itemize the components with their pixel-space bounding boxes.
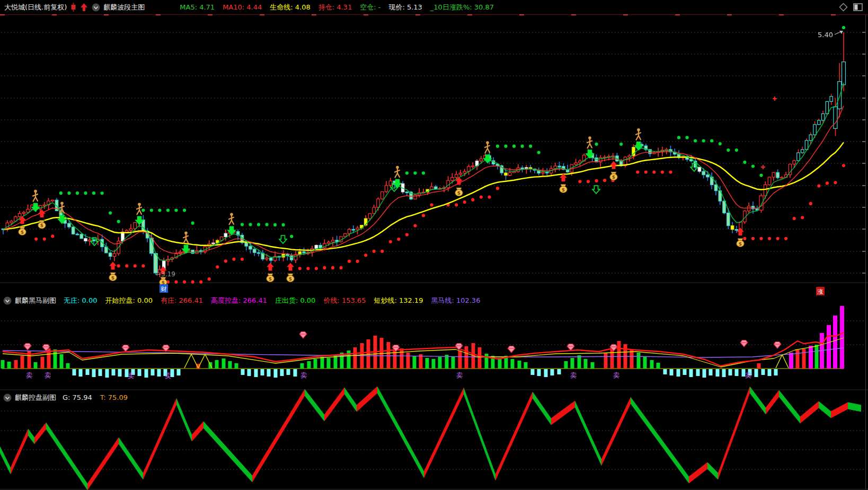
- seller-person-icon: [137, 203, 141, 215]
- svg-text:$: $: [269, 276, 272, 282]
- up-arrow-icon[interactable]: [80, 3, 88, 12]
- red-up-arrow-icon: [109, 261, 117, 269]
- panel2-header: 麒麟黑马副图 无庄: 0.00开始控盘: 0.00有庄: 266.41高度控盘:…: [3, 295, 488, 306]
- ribbon-segment: [424, 388, 464, 478]
- ribbon-segment: [34, 423, 46, 444]
- red-up-arrow-icon: [287, 262, 294, 270]
- layout-icon[interactable]: [853, 3, 863, 11]
- ribbon-segment: [0, 447, 11, 475]
- indicator-value: 有庄: 266.41: [161, 296, 203, 305]
- indicator-value: T: 75.09: [100, 393, 128, 401]
- chevron-circle-icon[interactable]: [3, 296, 12, 305]
- ribbon-segment: [750, 387, 766, 415]
- svg-text:涨: 涨: [818, 288, 823, 295]
- diamond-icon[interactable]: [839, 3, 848, 12]
- svg-text:财: 财: [161, 286, 167, 293]
- money-bag-icon: $: [267, 274, 274, 282]
- trail-dots-layer: [34, 26, 845, 284]
- sell-label: 卖: [613, 371, 620, 379]
- trading-app-window: $$$$$$$$$$5.40←3.19财涨卖卖卖卖卖卖卖卖卖 大悦城(日线.前复…: [0, 0, 868, 490]
- ribbon-segment: [143, 398, 176, 480]
- money-bag-icon: $: [455, 188, 463, 196]
- gem-diamond-icon: [24, 344, 31, 351]
- money-bag-icon: $: [560, 185, 567, 193]
- indicator-value: MA10: 4.44: [223, 3, 262, 11]
- sell-label: 卖: [300, 371, 307, 379]
- seller-person-icon: [636, 128, 641, 140]
- ribbon-segment: [601, 397, 631, 466]
- gem-diamond-icon: [508, 346, 515, 353]
- candle-icon[interactable]: [70, 3, 76, 12]
- red-up-arrow-icon: [267, 262, 274, 270]
- svg-text:$: $: [40, 223, 43, 228]
- low-price-label: ←3.19: [156, 270, 175, 278]
- ribbon-segment: [357, 387, 377, 412]
- svg-text:$: $: [21, 230, 24, 235]
- ribbon-segment: [377, 387, 424, 478]
- sell-label: 卖: [165, 372, 172, 380]
- red-up-arrow-icon: [737, 228, 744, 235]
- red-plus-marker: [773, 97, 777, 101]
- stock-title: 大悦城(日线.前复权): [4, 3, 67, 12]
- indicator-value: 空仓: -: [360, 3, 380, 12]
- chevron-circle-icon[interactable]: [3, 393, 12, 402]
- panel3-indicator-values: G: 75.94T: 75.09: [63, 393, 136, 401]
- indicator-value: 黑马线: 102.36: [431, 296, 480, 305]
- sell-label: 卖: [570, 371, 577, 379]
- ribbon-segment: [779, 390, 800, 424]
- ribbon-segment: [192, 422, 203, 442]
- main-gridlines: [1, 32, 865, 273]
- panel3-indicator-name[interactable]: 麒麟控盘副图: [15, 393, 56, 402]
- titlebar-right-icons: [834, 0, 863, 14]
- ribbon-segment: [800, 401, 819, 424]
- green-down-arrow-icon: [279, 235, 287, 243]
- seller-person-icon: [395, 166, 400, 178]
- sell-label: 卖: [128, 372, 135, 380]
- sell-label: 卖: [456, 371, 463, 379]
- gem-diamond-icon: [567, 344, 574, 351]
- red-up-arrow-icon: [38, 209, 46, 217]
- ribbon-segment: [11, 429, 28, 475]
- chevron-circle-icon[interactable]: [92, 3, 100, 12]
- svg-text:$: $: [457, 190, 460, 196]
- main-indicator-name[interactable]: 麒麟波段主图: [103, 3, 145, 12]
- main-indicator-values: MA5: 4.71MA10: 4.44生命线: 4.08持仓: 4.31空仓: …: [180, 3, 502, 12]
- chart-canvas[interactable]: $$$$$$$$$$5.40←3.19财涨卖卖卖卖卖卖卖卖卖: [0, 0, 868, 490]
- indicator-value: 短炒线: 132.19: [374, 296, 423, 305]
- indicator-value: 高度控盘: 266.41: [211, 296, 267, 305]
- ribbon-segment: [631, 397, 689, 484]
- indicator-value: 生命线: 4.08: [270, 3, 310, 12]
- ribbon-segment: [575, 401, 601, 466]
- chart-frame: [0, 15, 868, 489]
- money-bag-icon: $: [737, 239, 744, 247]
- gem-diamond-icon: [122, 345, 129, 352]
- svg-text:$: $: [111, 275, 114, 281]
- seller-person-icon: [183, 231, 188, 243]
- indicator-value: _10日涨跌%: 30.87: [430, 3, 494, 12]
- svg-text:$: $: [739, 241, 742, 247]
- indicator-value: G: 75.94: [63, 393, 92, 401]
- indicator-value: 价线: 153.65: [323, 296, 366, 305]
- ribbon-segment: [495, 392, 533, 481]
- money-bag-icon: $: [19, 227, 26, 235]
- money-bag-icon: $: [287, 274, 294, 282]
- sell-label: 卖: [45, 371, 51, 379]
- svg-text:$: $: [289, 276, 292, 282]
- seller-person-icon: [587, 136, 592, 148]
- svg-text:$: $: [562, 187, 565, 192]
- sell-label: 卖: [745, 371, 752, 379]
- svg-text:$: $: [612, 174, 615, 180]
- ribbon-segment: [831, 402, 848, 418]
- ribbon-segment: [324, 388, 344, 422]
- red-up-arrow-icon: [610, 161, 617, 169]
- indicator-value: 开始控盘: 0.00: [105, 296, 152, 305]
- seller-person-icon: [229, 213, 234, 224]
- ribbon-segment: [46, 423, 87, 490]
- ribbon-segment: [551, 401, 575, 425]
- panel3-header: 麒麟控盘副图 G: 75.94T: 75.09: [3, 392, 136, 403]
- ribbon-segment: [119, 438, 143, 480]
- money-bag-icon: $: [109, 273, 117, 281]
- panel2-indicator-name[interactable]: 麒麟黑马副图: [15, 296, 56, 305]
- ribbon-segment: [344, 388, 357, 412]
- indicator-value: 持仓: 4.31: [318, 3, 352, 12]
